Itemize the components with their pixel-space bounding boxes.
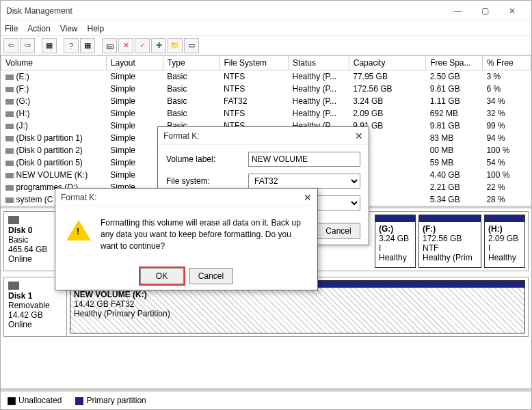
open-button[interactable]: 📁 [168, 38, 183, 53]
drive-button[interactable]: 🖴 [102, 38, 117, 53]
drive-icon [5, 99, 14, 105]
volume-label-input[interactable] [248, 152, 360, 167]
partition-size: 3.24 GB I [379, 234, 412, 253]
disk-1-status: Online [8, 320, 62, 329]
confirm-dialog-body: Formatting this volume will erase all da… [55, 206, 317, 262]
format-dialog-titlebar: Format K: ✕ [158, 127, 369, 145]
window-title: Disk Management [6, 6, 444, 16]
ok-button[interactable]: OK [140, 268, 184, 284]
table-row[interactable]: (F:)SimpleBasicNTFSHealthy (P...172.56 G… [1, 83, 531, 95]
format-cancel-button[interactable]: Cancel [317, 223, 360, 239]
menu-help[interactable]: Help [88, 24, 105, 33]
legend: Unallocated Primary partition [1, 391, 531, 409]
titlebar: Disk Management — ▢ ✕ [1, 1, 531, 21]
partition-status: Healthy (Prim [423, 253, 477, 262]
partition-stripe [485, 215, 524, 222]
legend-primary: Primary partition [75, 396, 146, 405]
warning-icon [66, 220, 91, 241]
new-button[interactable]: ✚ [151, 38, 166, 53]
drive-icon [5, 124, 14, 129]
partition-status: Healthy [488, 253, 521, 262]
cancel-button[interactable]: Cancel [189, 268, 233, 284]
confirm-dialog-buttons: OK Cancel [55, 262, 317, 290]
drive-icon [5, 185, 14, 191]
drive-icon [5, 197, 14, 203]
partition-status: Healthy [379, 253, 412, 262]
close-button[interactable]: ✕ [498, 2, 526, 20]
confirm-dialog-title: Format K: [61, 193, 304, 202]
partition-size: 14.42 GB FAT32 [74, 299, 521, 309]
menubar: File Action View Help [1, 21, 531, 36]
col-layout[interactable]: Layout [106, 56, 163, 70]
menu-view[interactable]: View [60, 24, 78, 33]
maximize-button[interactable]: ▢ [471, 2, 498, 20]
menu-action[interactable]: Action [27, 24, 50, 33]
drive-icon [5, 74, 14, 80]
col-status[interactable]: Status [289, 56, 349, 70]
filesystem-label: File system: [166, 176, 241, 186]
separator [36, 38, 40, 53]
confirm-message: Formatting this volume will erase all da… [101, 217, 306, 251]
disk-icon [8, 282, 19, 290]
partition-f[interactable]: (F:) 172.56 GB NTF Healthy (Prim [418, 215, 481, 268]
format-dialog-close-button[interactable]: ✕ [355, 131, 363, 141]
minimize-button[interactable]: — [444, 2, 471, 20]
col-volume[interactable]: Volume [1, 56, 107, 70]
legend-unallocated: Unallocated [8, 396, 62, 405]
partition-label: (F:) [423, 224, 477, 234]
partition-label: (H:) [488, 224, 521, 234]
disk-1-type: Removable [8, 301, 62, 310]
partition-stripe [375, 215, 415, 222]
drive-icon [5, 173, 14, 178]
properties-button[interactable]: ▭ [184, 38, 199, 53]
col-capacity[interactable]: Capacity [349, 56, 425, 70]
drive-icon [5, 111, 14, 117]
table-row[interactable]: (H:)SimpleBasicNTFSHealthy (P...2.09 GB6… [1, 107, 531, 120]
partition-size: 2.09 GB I [488, 234, 521, 253]
partition-h[interactable]: (H:) 2.09 GB I Healthy [484, 215, 525, 268]
col-free[interactable]: Free Spa... [426, 56, 483, 70]
disk-icon [8, 216, 19, 224]
menu-file[interactable]: File [5, 24, 18, 33]
separator [58, 38, 62, 53]
col-type[interactable]: Type [163, 56, 220, 70]
confirm-dialog: Format K: ✕ Formatting this volume will … [55, 188, 318, 290]
help-button[interactable]: ? [64, 38, 79, 53]
partition-label: (G:) [379, 224, 412, 234]
col-fs[interactable]: File System [220, 56, 289, 70]
partition-size: 172.56 GB NTF [423, 234, 477, 253]
separator [96, 38, 101, 53]
filesystem-select[interactable]: FAT32 [248, 174, 360, 189]
table-row[interactable]: (G:)SimpleBasicFAT32Healthy (P...3.24 GB… [1, 95, 531, 107]
volume-label-label: Volume label: [166, 154, 241, 164]
partition-stripe [419, 215, 481, 222]
back-button[interactable]: ⇦ [3, 38, 18, 53]
format-dialog-title: Format K: [163, 131, 355, 141]
col-pctfree[interactable]: % Free [482, 56, 531, 70]
drive-icon [5, 87, 14, 92]
partition-status: Healthy (Primary Partition) [74, 309, 521, 318]
show-hide-button[interactable]: ▦ [42, 38, 57, 53]
drive-icon [5, 161, 14, 166]
refresh-button[interactable]: ▦ [80, 38, 95, 53]
table-row[interactable]: (E:)SimpleBasicNTFSHealthy (P...77.95 GB… [1, 70, 531, 83]
partition-label: NEW VOLUME (K:) [74, 290, 521, 299]
drive-icon [5, 136, 14, 141]
disk-1-size: 14.42 GB [8, 310, 62, 320]
confirm-dialog-titlebar: Format K: ✕ [55, 189, 317, 206]
disk-1-name: Disk 1 [8, 291, 62, 301]
toolbar: ⇦ ⇨ ▦ ? ▦ 🖴 ✕ ✓ ✚ 📁 ▭ [1, 36, 531, 55]
confirm-dialog-close-button[interactable]: ✕ [304, 192, 312, 203]
forward-button[interactable]: ⇨ [20, 38, 35, 53]
delete-button[interactable]: ✕ [118, 38, 133, 53]
check-button[interactable]: ✓ [135, 38, 150, 53]
partition-g[interactable]: (G:) 3.24 GB I Healthy [375, 215, 416, 268]
drive-icon [5, 148, 14, 154]
